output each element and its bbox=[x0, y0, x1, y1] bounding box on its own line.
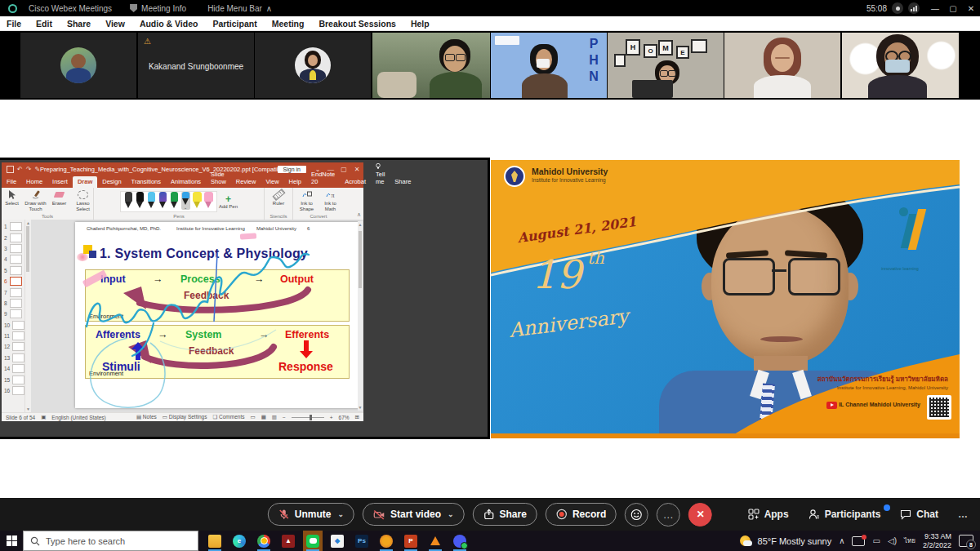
taskbar-edge[interactable]: e bbox=[229, 531, 249, 551]
active-speaker-video[interactable]: Mahidol University Institute for Innovat… bbox=[491, 160, 960, 438]
view-normal-icon[interactable]: ▭ bbox=[250, 414, 255, 420]
scroll-down-icon[interactable]: ▼ bbox=[25, 407, 31, 411]
taskbar-vlc[interactable] bbox=[425, 531, 445, 551]
notification-center-icon[interactable]: 8 bbox=[959, 535, 973, 547]
slide-thumb-11[interactable]: 11 bbox=[2, 331, 24, 341]
participant-tile-3[interactable] bbox=[255, 33, 371, 98]
menu-audio-video[interactable]: Audio & Video bbox=[140, 19, 198, 29]
slide-thumb-3[interactable]: 3 bbox=[2, 243, 24, 254]
slide-thumb-4[interactable]: 4 bbox=[2, 254, 24, 264]
tell-me-button[interactable]: Tell me bbox=[371, 162, 390, 188]
record-button[interactable]: Record bbox=[546, 503, 617, 526]
menu-view[interactable]: View bbox=[105, 19, 125, 29]
tab-help[interactable]: Help bbox=[284, 176, 306, 188]
panel-scrollbar[interactable]: ▲ ▼ bbox=[24, 220, 31, 412]
slide-thumb-9[interactable]: 9 bbox=[2, 309, 24, 319]
taskbar-webex[interactable] bbox=[450, 531, 470, 551]
clock[interactable]: 9:33 AM 2/2/2022 bbox=[923, 532, 951, 550]
menu-file[interactable]: File bbox=[7, 19, 21, 29]
scroll-up-icon[interactable]: ▲ bbox=[25, 220, 31, 225]
taskbar-chrome[interactable] bbox=[254, 531, 274, 551]
language-indicator[interactable]: English (United States) bbox=[51, 415, 105, 420]
view-reading-icon[interactable]: ▥ bbox=[272, 414, 277, 420]
taskbar-file-explorer[interactable] bbox=[205, 531, 225, 551]
ink-to-shape-tool[interactable]: Ink to Shape bbox=[296, 189, 318, 211]
menu-participant[interactable]: Participant bbox=[212, 19, 256, 29]
unmute-button[interactable]: Unmute ⌄ bbox=[268, 503, 354, 526]
more-panels-button[interactable]: … bbox=[958, 509, 969, 520]
slide-thumb-1[interactable]: 1 bbox=[2, 221, 24, 232]
tab-review[interactable]: Review bbox=[231, 176, 261, 188]
ppt-share-button[interactable]: Share bbox=[390, 176, 416, 188]
ppt-close-button[interactable]: ✕ bbox=[350, 166, 363, 173]
tab-insert[interactable]: Insert bbox=[47, 176, 73, 188]
zoom-out-icon[interactable]: − bbox=[283, 415, 286, 420]
share-button[interactable]: Share bbox=[473, 503, 537, 526]
menu-meeting[interactable]: Meeting bbox=[272, 19, 305, 29]
pen-icon-fine-black[interactable] bbox=[124, 192, 133, 210]
lasso-select-tool[interactable]: Lasso Select bbox=[72, 189, 94, 211]
pen-mode-icon[interactable]: ✎ bbox=[34, 166, 40, 173]
menu-breakout-sessions[interactable]: Breakout Sessions bbox=[318, 19, 396, 29]
highlighter-icon-yellow[interactable] bbox=[193, 192, 202, 210]
reactions-button[interactable] bbox=[625, 503, 648, 527]
tab-acrobat[interactable]: Acrobat bbox=[340, 176, 371, 188]
add-pen-button[interactable]: + Add Pen bbox=[219, 195, 238, 209]
slide-thumb-8[interactable]: 8 bbox=[2, 298, 24, 309]
leave-meeting-button[interactable]: ✕ bbox=[688, 503, 712, 527]
save-icon[interactable] bbox=[7, 166, 14, 173]
menu-edit[interactable]: Edit bbox=[36, 19, 52, 29]
start-button[interactable] bbox=[0, 535, 23, 546]
slide-thumbnail-panel[interactable]: 1 2 3 4 5 6 7 8 9 10 11 12 13 14 15 16 bbox=[2, 220, 24, 412]
pen-icon-green[interactable] bbox=[170, 192, 179, 210]
start-video-button[interactable]: Start video ⌄ bbox=[363, 503, 465, 526]
collapse-ribbon-icon[interactable]: ∧ bbox=[357, 211, 361, 218]
slide-editing-area[interactable]: Chailerd Pichitpornchai, MD, PhD. Instit… bbox=[31, 220, 363, 412]
tab-view[interactable]: View bbox=[261, 176, 283, 188]
volume-icon[interactable]: ◁) bbox=[888, 536, 897, 545]
pen-icon-lightblue[interactable] bbox=[147, 192, 156, 210]
slide-thumb-2[interactable]: 2 bbox=[2, 232, 24, 242]
minimize-button[interactable]: — bbox=[926, 4, 944, 13]
taskbar-powerpoint[interactable]: P bbox=[401, 531, 421, 551]
slide-thumb-5[interactable]: 5 bbox=[2, 265, 24, 276]
slide-thumb-15[interactable]: 15 bbox=[2, 374, 24, 384]
slide-thumb-6-selected[interactable]: 6 bbox=[2, 276, 24, 287]
camera-in-use-icon[interactable] bbox=[852, 536, 865, 546]
apps-button[interactable]: Apps bbox=[748, 509, 789, 520]
tab-animations[interactable]: Animations bbox=[166, 176, 206, 188]
tab-endnote[interactable]: EndNote 20 bbox=[306, 169, 340, 188]
select-tool[interactable]: Select bbox=[1, 189, 23, 207]
weather-text[interactable]: 85°F Mostly sunny bbox=[758, 536, 832, 546]
ink-to-math-tool[interactable]: π Ink to Math bbox=[319, 189, 341, 211]
weather-icon[interactable] bbox=[740, 535, 751, 546]
pen-icon-blue-selected[interactable]: ⌄ bbox=[181, 192, 190, 210]
participant-tile-6[interactable]: H O M E bbox=[608, 33, 724, 98]
chevron-down-icon[interactable]: ⌄ bbox=[448, 510, 454, 518]
slide-thumb-10[interactable]: 10 bbox=[2, 320, 24, 331]
comments-button[interactable]: ❏ Comments bbox=[212, 414, 244, 420]
participant-tile-7[interactable] bbox=[724, 33, 840, 98]
tab-slideshow[interactable]: Slide Show bbox=[206, 169, 231, 188]
taskbar-paint[interactable]: ◆ bbox=[327, 531, 347, 551]
accessibility-icon[interactable]: ▣ bbox=[41, 414, 46, 420]
taskbar-photoshop[interactable]: Ps bbox=[352, 531, 372, 551]
tray-expand-icon[interactable]: ∧ bbox=[839, 536, 844, 545]
scroll-down-icon[interactable]: ▼ bbox=[358, 405, 363, 410]
tab-transitions[interactable]: Transitions bbox=[127, 176, 166, 188]
language-indicator[interactable]: ไทย bbox=[904, 535, 915, 546]
redo-icon[interactable]: ↷ bbox=[26, 166, 32, 173]
slide-thumb-7[interactable]: 7 bbox=[2, 287, 24, 297]
notes-button[interactable]: ▤ Notes bbox=[136, 414, 157, 420]
tab-design[interactable]: Design bbox=[97, 176, 126, 188]
view-sorter-icon[interactable]: ▦ bbox=[261, 414, 266, 420]
participants-button[interactable]: Participants bbox=[808, 509, 881, 520]
menu-share[interactable]: Share bbox=[67, 19, 91, 29]
taskbar-search-input[interactable]: Type here to search bbox=[23, 531, 198, 551]
slide-canvas[interactable]: Chailerd Pichitpornchai, MD, PhD. Instit… bbox=[75, 222, 359, 408]
eraser-tool[interactable]: Eraser bbox=[48, 189, 70, 207]
zoom-level[interactable]: 67% bbox=[339, 415, 350, 420]
slide-thumb-16[interactable]: 16 bbox=[2, 385, 24, 396]
hide-menu-bar-button[interactable]: Hide Menu Bar ∧ bbox=[207, 4, 272, 13]
fit-slide-icon[interactable]: ⊞ bbox=[355, 414, 359, 420]
